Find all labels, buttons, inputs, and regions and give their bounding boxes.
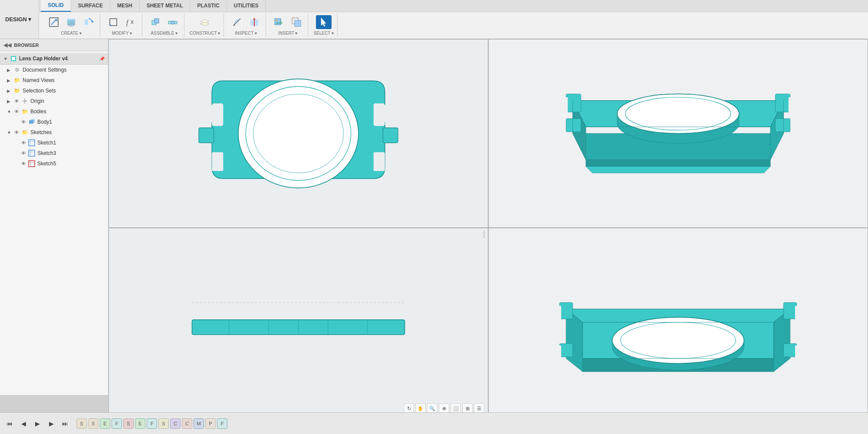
timeline-next-play-btn[interactable]: ▶ bbox=[45, 418, 57, 430]
svg-point-25 bbox=[276, 20, 277, 21]
tree-item-doc-settings[interactable]: ▶ ⚙ Document Settings bbox=[0, 65, 108, 75]
construct-offset-plane-btn[interactable] bbox=[197, 15, 213, 29]
sidebar: ◀◀ BROWSER ▼ Lens Cap Holder v4 📌 ▶ ⚙ Do… bbox=[0, 39, 108, 395]
sketch3-eye-icon[interactable]: 👁 bbox=[20, 150, 27, 157]
body1-eye-icon[interactable]: 👁 bbox=[20, 118, 27, 125]
tree-item-bodies[interactable]: ▼ 👁 📁 Bodies bbox=[0, 106, 108, 117]
tree-item-sketches[interactable]: ▼ 👁 📁 Sketches bbox=[0, 127, 108, 138]
create-sketch-btn[interactable] bbox=[46, 15, 62, 29]
sketch1-label: Sketch1 bbox=[37, 140, 106, 146]
origin-eye-icon[interactable]: 👁 bbox=[13, 98, 20, 105]
select-icons bbox=[316, 15, 332, 29]
construct-label[interactable]: CONSTRUCT ▾ bbox=[190, 31, 220, 36]
timeline-shape-0[interactable]: S bbox=[76, 418, 87, 429]
create-revolve-btn[interactable] bbox=[81, 15, 96, 29]
tab-solid[interactable]: SOLID bbox=[41, 0, 71, 12]
timeline-shape-1[interactable]: S bbox=[88, 418, 99, 429]
svg-point-53 bbox=[238, 79, 358, 188]
tree-item-sketch3[interactable]: 👁 Sketch3 bbox=[0, 148, 108, 158]
sketch5-eye-icon[interactable]: 👁 bbox=[20, 160, 27, 167]
insert-image-btn[interactable] bbox=[271, 15, 287, 29]
view-panel-iso-bottom[interactable] bbox=[488, 228, 868, 417]
timeline-shape-11[interactable]: P bbox=[205, 418, 216, 429]
root-component-item[interactable]: ▼ Lens Cap Holder v4 📌 bbox=[0, 53, 108, 65]
select-label[interactable]: SELECT ▾ bbox=[313, 31, 334, 36]
timeline-shape-5[interactable]: E bbox=[135, 418, 145, 429]
inspect-icons bbox=[229, 15, 262, 29]
inspect-section-analysis-btn[interactable] bbox=[247, 15, 262, 29]
assemble-new-component-btn[interactable] bbox=[148, 15, 163, 29]
svg-text:f: f bbox=[126, 19, 129, 26]
tree-item-selection-sets[interactable]: ▶ 📁 Selection Sets bbox=[0, 85, 108, 96]
insert-canvas-btn[interactable] bbox=[289, 15, 304, 29]
tool-groups-row: CREATE ▾ fx MODIFY ▾ bbox=[39, 12, 868, 39]
svg-rect-5 bbox=[67, 19, 75, 20]
create-extrude-btn[interactable] bbox=[63, 15, 79, 29]
tree-item-sketch5[interactable]: 👁 Sketch5 bbox=[0, 158, 108, 169]
create-label[interactable]: CREATE ▾ bbox=[61, 31, 82, 36]
svg-marker-22 bbox=[253, 18, 256, 20]
timeline-start-btn[interactable]: ⏮ bbox=[3, 418, 16, 430]
sketches-eye-icon[interactable]: 👁 bbox=[13, 129, 20, 136]
timeline-play-btn[interactable]: ▶ bbox=[31, 418, 43, 430]
tab-surface[interactable]: SURFACE bbox=[71, 0, 110, 12]
view-panel-front[interactable]: FRONT ↻ ✋ bbox=[108, 228, 488, 417]
modify-fx-btn[interactable]: fx bbox=[123, 15, 138, 29]
bodies-folder-icon: 📁 bbox=[21, 108, 29, 115]
svg-rect-62 bbox=[775, 94, 790, 112]
svg-line-1 bbox=[51, 20, 56, 25]
inspect-label[interactable]: INSPECT ▾ bbox=[235, 31, 257, 36]
timeline-shape-3[interactable]: F bbox=[112, 418, 122, 429]
timeline-shape-12[interactable]: F bbox=[217, 418, 227, 429]
select-btn[interactable] bbox=[316, 15, 332, 29]
svg-rect-31 bbox=[12, 57, 15, 60]
tab-mesh[interactable]: MESH bbox=[110, 0, 140, 12]
svg-rect-50 bbox=[374, 152, 385, 171]
tree-item-body1[interactable]: 👁 Body1 bbox=[0, 117, 108, 127]
insert-label[interactable]: INSERT ▾ bbox=[278, 31, 297, 36]
tree-item-named-views[interactable]: ▶ 📁 Named Views bbox=[0, 75, 108, 85]
tree-item-sketch1[interactable]: 👁 Sketch1 bbox=[0, 138, 108, 148]
named-views-label: Named Views bbox=[23, 77, 106, 83]
assemble-joint-btn[interactable] bbox=[165, 15, 181, 29]
collapse-icon: ◀◀ bbox=[3, 42, 11, 48]
modify-fillet-btn[interactable] bbox=[105, 15, 121, 29]
svg-marker-6 bbox=[92, 20, 94, 23]
selection-sets-arrow: ▶ bbox=[7, 89, 13, 93]
sketch1-eye-icon[interactable]: 👁 bbox=[20, 139, 27, 146]
timeline-shape-6[interactable]: F bbox=[147, 418, 157, 429]
modify-label[interactable]: MODIFY ▾ bbox=[112, 31, 132, 36]
modify-icons: fx bbox=[105, 15, 138, 29]
inspect-measure-btn[interactable] bbox=[229, 15, 245, 29]
svg-text:x: x bbox=[131, 18, 134, 25]
design-dropdown[interactable]: DESIGN ▾ bbox=[0, 0, 39, 39]
tool-group-construct: CONSTRUCT ▾ bbox=[186, 13, 224, 37]
svg-rect-93 bbox=[795, 345, 802, 358]
assemble-label[interactable]: ASSEMBLE ▾ bbox=[151, 31, 178, 36]
svg-rect-70 bbox=[789, 97, 797, 117]
timeline-shape-10[interactable]: M bbox=[194, 418, 204, 429]
tab-sheet-metal[interactable]: SHEET METAL bbox=[140, 0, 191, 12]
tab-utilities[interactable]: UTILITIES bbox=[227, 0, 266, 12]
timeline-prev-btn[interactable]: ◀ bbox=[17, 418, 30, 430]
tab-plastic[interactable]: PLASTIC bbox=[190, 0, 227, 12]
svg-rect-86 bbox=[559, 302, 572, 319]
main-area: ◀◀ BROWSER ▼ Lens Cap Holder v4 📌 ▶ ⚙ Do… bbox=[0, 39, 868, 417]
sketches-folder-icon: 📁 bbox=[21, 128, 29, 136]
tool-group-assemble: ASSEMBLE ▾ bbox=[144, 13, 184, 37]
sketches-label: Sketches bbox=[30, 129, 106, 135]
tree-item-origin[interactable]: ▶ 👁 Origin bbox=[0, 96, 108, 106]
view-panel-iso-top[interactable] bbox=[488, 39, 868, 228]
browser-header[interactable]: ◀◀ BROWSER bbox=[0, 39, 108, 51]
timeline-shape-4[interactable]: S bbox=[123, 418, 134, 429]
timeline-end-btn[interactable]: ⏭ bbox=[59, 418, 71, 430]
timeline-shape-9[interactable]: C bbox=[182, 418, 192, 429]
timeline-shape-2[interactable]: E bbox=[100, 418, 110, 429]
timeline-shape-8[interactable]: C bbox=[170, 418, 181, 429]
iso-top-svg bbox=[489, 39, 868, 227]
assemble-icons bbox=[148, 15, 181, 29]
view-panel-top[interactable] bbox=[108, 39, 488, 228]
named-views-arrow: ▶ bbox=[7, 78, 13, 83]
timeline-shape-7[interactable]: S bbox=[158, 418, 169, 429]
bodies-eye-icon[interactable]: 👁 bbox=[13, 108, 20, 115]
